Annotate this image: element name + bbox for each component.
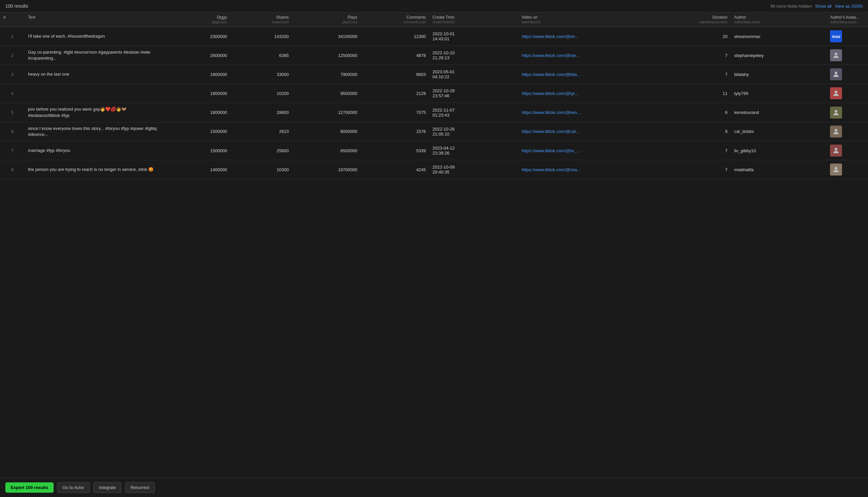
view-as-json-link[interactable]: View as JSON [835, 4, 863, 9]
cell-diggs: 1500000 [162, 122, 230, 141]
col-header-text: Text [25, 12, 162, 27]
cell-videourl[interactable]: https://www.tiktok.com/@mia... [518, 160, 669, 179]
show-all-link[interactable]: Show all [815, 4, 831, 9]
integrate-button[interactable]: Integrate [93, 482, 122, 493]
cell-videourl[interactable]: https://www.tiktok.com/@ste... [518, 46, 669, 65]
cell-videourl[interactable]: https://www.tiktok.com/@ken... [518, 103, 669, 122]
svg-point-0 [835, 53, 837, 55]
table-row: 4180000010200950000021292022-10-2923:57:… [0, 84, 868, 103]
cell-num: 5 [0, 103, 25, 122]
cell-diggs: 1800000 [162, 103, 230, 122]
cell-createtime: 2022-10-2923:57:46 [429, 84, 518, 103]
cell-shares: 33000 [230, 65, 292, 84]
cell-author: miakhalifa [731, 160, 827, 179]
cell-comments: 4878 [361, 46, 429, 65]
video-url-link[interactable]: https://www.tiktok.com/@tyt... [522, 91, 578, 96]
video-url-link[interactable]: https://www.tiktok.com/@ken... [522, 110, 581, 115]
cell-plays: 19700000 [292, 160, 361, 179]
col-header-videourl: Video url webVideoUrl [518, 12, 669, 27]
cell-plays: 12700000 [292, 103, 361, 122]
cell-author: cal_dobbs [731, 122, 827, 141]
cell-videourl[interactable]: https://www.tiktok.com/@cal... [518, 122, 669, 141]
cell-num: 3 [0, 65, 25, 84]
cell-videourl[interactable]: https://www.tiktok.com/@str... [518, 27, 669, 46]
table-row: 3heavy on the last one190000033000790000… [0, 65, 868, 84]
col-header-author: Author authorMeta.name [731, 12, 827, 27]
export-button[interactable]: Export 100 results [5, 482, 54, 493]
cell-createtime: 2022-10-1021:29:13 [429, 46, 518, 65]
svg-point-6 [835, 167, 837, 170]
col-header-num: # [0, 12, 25, 27]
avatar [830, 126, 842, 138]
cell-avatar [827, 160, 868, 179]
top-bar: 100 results 96 more fields hidden Show a… [0, 0, 868, 12]
table-row: 8the person you are trying to reach is n… [0, 160, 868, 179]
cell-avatar [827, 84, 868, 103]
cell-createtime: 2022-11-0701:23:43 [429, 103, 518, 122]
video-url-link[interactable]: https://www.tiktok.com/@str... [522, 34, 578, 39]
top-bar-actions: 96 more fields hidden Show all View as J… [770, 4, 863, 9]
svg-point-3 [835, 110, 837, 113]
cell-num: 8 [0, 160, 25, 179]
video-url-link[interactable]: https://www.tiktok.com/@cal... [522, 129, 579, 134]
cell-text: the person you are trying to reach is no… [25, 160, 162, 179]
cell-plays: 9500000 [292, 84, 361, 103]
video-url-link[interactable]: https://www.tiktok.com/@liv_... [522, 148, 580, 153]
video-url-link[interactable]: https://www.tiktok.com/@mia... [522, 167, 581, 172]
resurrect-button[interactable]: Resurrect [125, 482, 155, 493]
result-count: 100 results [5, 3, 28, 9]
cell-num: 1 [0, 27, 25, 46]
cell-createtime: 2022-10-0114:43:01 [429, 27, 518, 46]
table-row: 2Gay co-parenting. #lgbt #exmormon #gayp… [0, 46, 868, 65]
avatar [830, 87, 842, 99]
cell-shares: 2623 [230, 122, 292, 141]
cell-shares: 28600 [230, 103, 292, 122]
cell-diggs: 1900000 [162, 65, 230, 84]
cell-diggs: 2300000 [162, 27, 230, 46]
col-header-createtime: Create Time createTimeISO [429, 12, 518, 27]
avatar [830, 106, 842, 118]
cell-avatar [827, 65, 868, 84]
avatar [830, 68, 842, 80]
table-row: 1I'll take one of each. #houseofthedrago… [0, 27, 868, 46]
col-header-duration: Duration videoMeta.duration [669, 12, 731, 27]
cell-duration: 7 [669, 46, 731, 65]
cell-plays: 34100000 [292, 27, 361, 46]
cell-avatar: max [827, 27, 868, 46]
cell-shares: 25600 [230, 141, 292, 160]
cell-author: liv_gibby10 [731, 141, 827, 160]
cell-author: stephaniepetey [731, 46, 827, 65]
cell-text: heavy on the last one [25, 65, 162, 84]
cell-author: streamonmax [731, 27, 827, 46]
cell-videourl[interactable]: https://www.tiktok.com/@bila... [518, 65, 669, 84]
cell-comments: 6603 [361, 65, 429, 84]
video-url-link[interactable]: https://www.tiktok.com/@bila... [522, 72, 580, 77]
cell-createtime: 2023-05-0104:10:22 [429, 65, 518, 84]
cell-text: I'll take one of each. #houseofthedragon [25, 27, 162, 46]
cell-comments: 5339 [361, 141, 429, 160]
cell-text: pov before you realized you were gay🧑‍❤️… [25, 103, 162, 122]
cell-num: 4 [0, 84, 25, 103]
cell-text [25, 84, 162, 103]
table-header-row: # Text Diggs diggCount Shares shareCount… [0, 12, 868, 27]
svg-point-1 [835, 72, 837, 74]
cell-comments: 1576 [361, 122, 429, 141]
cell-videourl[interactable]: https://www.tiktok.com/@liv_... [518, 141, 669, 160]
cell-duration: 8 [669, 122, 731, 141]
cell-createtime: 2022-10-0920:40:35 [429, 160, 518, 179]
cell-plays: 8000000 [292, 122, 361, 141]
avatar: max [830, 30, 842, 42]
cell-diggs: 1400000 [162, 160, 230, 179]
table-wrapper: # Text Diggs diggCount Shares shareCount… [0, 12, 868, 478]
cell-plays: 12500000 [292, 46, 361, 65]
cell-diggs: 1500000 [162, 141, 230, 160]
cell-videourl[interactable]: https://www.tiktok.com/@tyt... [518, 84, 669, 103]
results-table: # Text Diggs diggCount Shares shareCount… [0, 12, 868, 179]
video-url-link[interactable]: https://www.tiktok.com/@ste... [522, 53, 580, 58]
table-row: 6since I know everyone loves this story.… [0, 122, 868, 141]
cell-author: bilalahy [731, 65, 827, 84]
go-to-actor-button[interactable]: Go to Actor [57, 482, 90, 493]
cell-num: 6 [0, 122, 25, 141]
cell-author: kenxitourand [731, 103, 827, 122]
cell-author: tyty799 [731, 84, 827, 103]
